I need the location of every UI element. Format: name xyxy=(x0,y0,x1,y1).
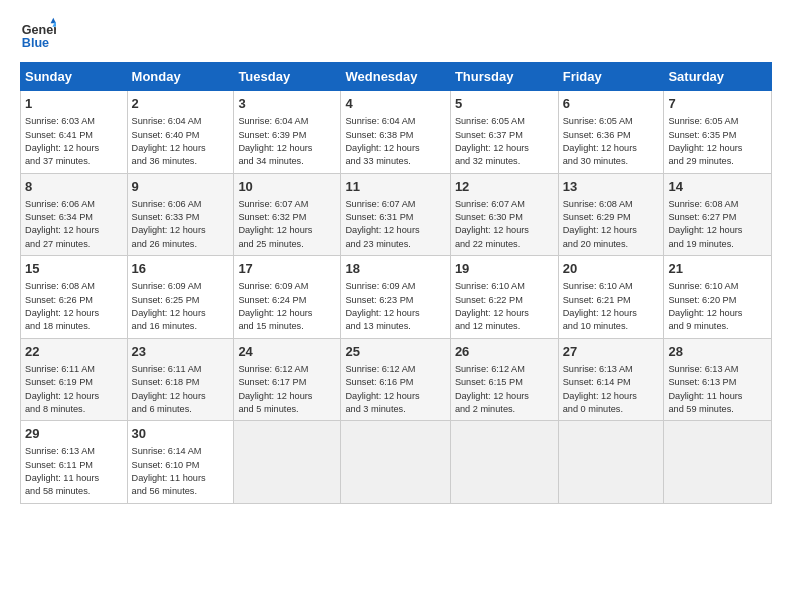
calendar-cell: 15Sunrise: 6:08 AMSunset: 6:26 PMDayligh… xyxy=(21,256,128,339)
day-info: Sunrise: 6:06 AMSunset: 6:34 PMDaylight:… xyxy=(25,198,123,251)
day-number: 4 xyxy=(345,95,445,113)
logo: General Blue xyxy=(20,16,56,52)
calendar-cell: 25Sunrise: 6:12 AMSunset: 6:16 PMDayligh… xyxy=(341,338,450,421)
day-info: Sunrise: 6:09 AMSunset: 6:23 PMDaylight:… xyxy=(345,280,445,333)
weekday-header-monday: Monday xyxy=(127,63,234,91)
calendar-cell: 19Sunrise: 6:10 AMSunset: 6:22 PMDayligh… xyxy=(450,256,558,339)
logo-icon: General Blue xyxy=(20,16,56,52)
calendar-cell: 26Sunrise: 6:12 AMSunset: 6:15 PMDayligh… xyxy=(450,338,558,421)
header: General Blue xyxy=(20,16,772,52)
day-number: 27 xyxy=(563,343,660,361)
week-row-5: 29Sunrise: 6:13 AMSunset: 6:11 PMDayligh… xyxy=(21,421,772,504)
calendar-cell: 3Sunrise: 6:04 AMSunset: 6:39 PMDaylight… xyxy=(234,91,341,174)
day-info: Sunrise: 6:08 AMSunset: 6:27 PMDaylight:… xyxy=(668,198,767,251)
day-info: Sunrise: 6:07 AMSunset: 6:30 PMDaylight:… xyxy=(455,198,554,251)
day-info: Sunrise: 6:13 AMSunset: 6:11 PMDaylight:… xyxy=(25,445,123,498)
week-row-4: 22Sunrise: 6:11 AMSunset: 6:19 PMDayligh… xyxy=(21,338,772,421)
week-row-2: 8Sunrise: 6:06 AMSunset: 6:34 PMDaylight… xyxy=(21,173,772,256)
calendar-cell xyxy=(450,421,558,504)
day-info: Sunrise: 6:09 AMSunset: 6:24 PMDaylight:… xyxy=(238,280,336,333)
day-info: Sunrise: 6:14 AMSunset: 6:10 PMDaylight:… xyxy=(132,445,230,498)
calendar-cell: 27Sunrise: 6:13 AMSunset: 6:14 PMDayligh… xyxy=(558,338,664,421)
day-number: 23 xyxy=(132,343,230,361)
calendar-cell: 12Sunrise: 6:07 AMSunset: 6:30 PMDayligh… xyxy=(450,173,558,256)
calendar-cell: 22Sunrise: 6:11 AMSunset: 6:19 PMDayligh… xyxy=(21,338,128,421)
day-number: 11 xyxy=(345,178,445,196)
day-number: 21 xyxy=(668,260,767,278)
calendar-cell: 14Sunrise: 6:08 AMSunset: 6:27 PMDayligh… xyxy=(664,173,772,256)
calendar-cell: 30Sunrise: 6:14 AMSunset: 6:10 PMDayligh… xyxy=(127,421,234,504)
day-number: 24 xyxy=(238,343,336,361)
day-info: Sunrise: 6:12 AMSunset: 6:16 PMDaylight:… xyxy=(345,363,445,416)
weekday-header-wednesday: Wednesday xyxy=(341,63,450,91)
day-info: Sunrise: 6:03 AMSunset: 6:41 PMDaylight:… xyxy=(25,115,123,168)
calendar-cell xyxy=(664,421,772,504)
day-number: 25 xyxy=(345,343,445,361)
day-info: Sunrise: 6:13 AMSunset: 6:13 PMDaylight:… xyxy=(668,363,767,416)
day-number: 8 xyxy=(25,178,123,196)
day-number: 2 xyxy=(132,95,230,113)
calendar-cell: 18Sunrise: 6:09 AMSunset: 6:23 PMDayligh… xyxy=(341,256,450,339)
day-number: 29 xyxy=(25,425,123,443)
day-number: 3 xyxy=(238,95,336,113)
day-number: 19 xyxy=(455,260,554,278)
day-info: Sunrise: 6:08 AMSunset: 6:26 PMDaylight:… xyxy=(25,280,123,333)
calendar-cell: 20Sunrise: 6:10 AMSunset: 6:21 PMDayligh… xyxy=(558,256,664,339)
day-info: Sunrise: 6:04 AMSunset: 6:38 PMDaylight:… xyxy=(345,115,445,168)
day-info: Sunrise: 6:04 AMSunset: 6:39 PMDaylight:… xyxy=(238,115,336,168)
calendar-cell: 16Sunrise: 6:09 AMSunset: 6:25 PMDayligh… xyxy=(127,256,234,339)
day-number: 13 xyxy=(563,178,660,196)
calendar-cell: 28Sunrise: 6:13 AMSunset: 6:13 PMDayligh… xyxy=(664,338,772,421)
day-info: Sunrise: 6:07 AMSunset: 6:31 PMDaylight:… xyxy=(345,198,445,251)
page-container: General Blue SundayMondayTuesdayWednesda… xyxy=(0,0,792,514)
week-row-3: 15Sunrise: 6:08 AMSunset: 6:26 PMDayligh… xyxy=(21,256,772,339)
day-number: 16 xyxy=(132,260,230,278)
calendar-cell: 9Sunrise: 6:06 AMSunset: 6:33 PMDaylight… xyxy=(127,173,234,256)
day-info: Sunrise: 6:10 AMSunset: 6:22 PMDaylight:… xyxy=(455,280,554,333)
calendar-cell: 23Sunrise: 6:11 AMSunset: 6:18 PMDayligh… xyxy=(127,338,234,421)
calendar-cell: 21Sunrise: 6:10 AMSunset: 6:20 PMDayligh… xyxy=(664,256,772,339)
calendar-cell: 13Sunrise: 6:08 AMSunset: 6:29 PMDayligh… xyxy=(558,173,664,256)
weekday-header-row: SundayMondayTuesdayWednesdayThursdayFrid… xyxy=(21,63,772,91)
calendar-table: SundayMondayTuesdayWednesdayThursdayFrid… xyxy=(20,62,772,504)
day-info: Sunrise: 6:11 AMSunset: 6:19 PMDaylight:… xyxy=(25,363,123,416)
day-number: 12 xyxy=(455,178,554,196)
day-info: Sunrise: 6:06 AMSunset: 6:33 PMDaylight:… xyxy=(132,198,230,251)
day-number: 20 xyxy=(563,260,660,278)
day-info: Sunrise: 6:10 AMSunset: 6:21 PMDaylight:… xyxy=(563,280,660,333)
calendar-cell: 8Sunrise: 6:06 AMSunset: 6:34 PMDaylight… xyxy=(21,173,128,256)
day-number: 18 xyxy=(345,260,445,278)
day-number: 6 xyxy=(563,95,660,113)
week-row-1: 1Sunrise: 6:03 AMSunset: 6:41 PMDaylight… xyxy=(21,91,772,174)
day-info: Sunrise: 6:10 AMSunset: 6:20 PMDaylight:… xyxy=(668,280,767,333)
day-number: 15 xyxy=(25,260,123,278)
calendar-cell xyxy=(234,421,341,504)
day-info: Sunrise: 6:05 AMSunset: 6:36 PMDaylight:… xyxy=(563,115,660,168)
day-number: 10 xyxy=(238,178,336,196)
calendar-cell: 17Sunrise: 6:09 AMSunset: 6:24 PMDayligh… xyxy=(234,256,341,339)
calendar-cell: 1Sunrise: 6:03 AMSunset: 6:41 PMDaylight… xyxy=(21,91,128,174)
calendar-cell: 4Sunrise: 6:04 AMSunset: 6:38 PMDaylight… xyxy=(341,91,450,174)
day-number: 30 xyxy=(132,425,230,443)
calendar-cell: 11Sunrise: 6:07 AMSunset: 6:31 PMDayligh… xyxy=(341,173,450,256)
weekday-header-tuesday: Tuesday xyxy=(234,63,341,91)
calendar-cell: 10Sunrise: 6:07 AMSunset: 6:32 PMDayligh… xyxy=(234,173,341,256)
day-info: Sunrise: 6:08 AMSunset: 6:29 PMDaylight:… xyxy=(563,198,660,251)
weekday-header-sunday: Sunday xyxy=(21,63,128,91)
day-info: Sunrise: 6:05 AMSunset: 6:35 PMDaylight:… xyxy=(668,115,767,168)
calendar-cell: 29Sunrise: 6:13 AMSunset: 6:11 PMDayligh… xyxy=(21,421,128,504)
day-number: 7 xyxy=(668,95,767,113)
day-number: 17 xyxy=(238,260,336,278)
calendar-cell: 6Sunrise: 6:05 AMSunset: 6:36 PMDaylight… xyxy=(558,91,664,174)
day-number: 22 xyxy=(25,343,123,361)
day-info: Sunrise: 6:12 AMSunset: 6:15 PMDaylight:… xyxy=(455,363,554,416)
calendar-cell: 24Sunrise: 6:12 AMSunset: 6:17 PMDayligh… xyxy=(234,338,341,421)
weekday-header-friday: Friday xyxy=(558,63,664,91)
day-number: 14 xyxy=(668,178,767,196)
day-number: 28 xyxy=(668,343,767,361)
day-number: 9 xyxy=(132,178,230,196)
day-info: Sunrise: 6:13 AMSunset: 6:14 PMDaylight:… xyxy=(563,363,660,416)
calendar-cell: 5Sunrise: 6:05 AMSunset: 6:37 PMDaylight… xyxy=(450,91,558,174)
calendar-cell: 7Sunrise: 6:05 AMSunset: 6:35 PMDaylight… xyxy=(664,91,772,174)
day-info: Sunrise: 6:04 AMSunset: 6:40 PMDaylight:… xyxy=(132,115,230,168)
